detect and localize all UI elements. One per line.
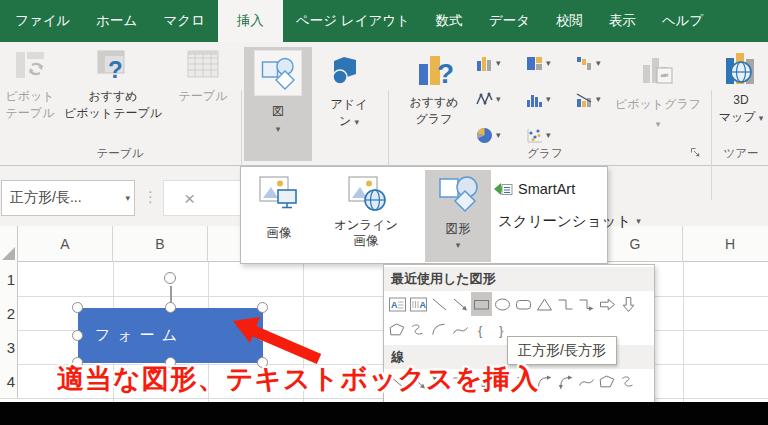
resize-handle-e[interactable] — [257, 330, 268, 341]
ribbon-tab-9[interactable]: ヘルプ — [649, 0, 716, 42]
pie-chart-icon — [476, 127, 493, 144]
chevron-down-icon: ▾ — [636, 217, 641, 226]
rotate-handle[interactable] — [164, 272, 176, 284]
pivot-chart-button[interactable]: ピボットグラフ ▾ — [610, 47, 706, 129]
line-icon[interactable] — [429, 292, 450, 316]
ribbon-tab-1[interactable]: ホーム — [83, 0, 150, 42]
shapes-icon — [437, 175, 479, 215]
online-pictures-button[interactable]: オンライン 画像 — [313, 170, 419, 262]
shapes-button[interactable]: 図形 ▾ — [425, 170, 491, 262]
left-brace-icon[interactable]: { — [471, 318, 492, 342]
column-header-H[interactable]: H — [683, 226, 768, 262]
illustrations-icon — [254, 50, 302, 96]
table-label: テーブル — [179, 89, 228, 104]
illustrations-menu: 画像 オンライン 画像 図形 ▾ SmartArt スクリーンショット ▾ — [240, 166, 608, 264]
svg-text:A: A — [391, 300, 398, 310]
insert-column-chart-button[interactable]: ▾ — [472, 50, 518, 76]
elbow-connector-icon[interactable] — [555, 292, 576, 316]
resize-handle-ne[interactable] — [257, 302, 268, 313]
pivot-chart-icon — [640, 53, 676, 93]
textbox-icon[interactable]: A — [387, 292, 408, 316]
column-header-B[interactable]: B — [113, 226, 208, 262]
column-header-A[interactable]: A — [18, 226, 113, 262]
scatter-chart-icon — [526, 127, 543, 144]
freeform-icon[interactable] — [387, 318, 408, 342]
insert-statistic-chart-button[interactable]: ▾ — [522, 86, 568, 112]
column-chart-icon — [476, 55, 493, 72]
illustrations-button[interactable]: 図 ▾ — [244, 47, 312, 161]
ribbon-tab-2[interactable]: マクロ — [150, 0, 217, 42]
chevron-down-icon[interactable]: ▾ — [125, 194, 130, 203]
oval-icon[interactable] — [492, 292, 513, 316]
map-3d-label: 3D — [733, 93, 748, 108]
recommended-charts-button[interactable]: ? おすすめ グラフ — [398, 47, 470, 127]
vertical-textbox-icon[interactable]: A — [408, 292, 429, 316]
scribble-icon[interactable] — [618, 370, 639, 394]
table-icon — [185, 47, 221, 87]
ribbon-tab-7[interactable]: 校閲 — [543, 0, 596, 42]
row-header-2[interactable]: 2 — [0, 296, 18, 330]
insert-pie-chart-button[interactable]: ▾ — [472, 122, 518, 148]
recommended-pivot-button[interactable]: ? おすすめ ピボットテーブル — [60, 47, 166, 121]
line-chart-icon — [476, 91, 493, 108]
ribbon-tab-5[interactable]: 数式 — [423, 0, 476, 42]
curve-icon[interactable] — [576, 370, 597, 394]
resize-handle-n[interactable] — [165, 302, 176, 313]
resize-dots-icon[interactable]: ⋮ — [143, 188, 158, 206]
triangle-icon[interactable] — [534, 292, 555, 316]
waterfall-chart-icon — [576, 55, 593, 72]
resize-handle-nw[interactable] — [72, 302, 83, 313]
map-3d-icon — [723, 51, 759, 91]
chevron-down-icon: ▾ — [546, 59, 551, 68]
pivot-table-button[interactable]: ピボット テーブル — [2, 47, 58, 121]
addins-button[interactable]: アドイ ン ▾ — [314, 47, 384, 129]
ribbon-tab-3[interactable]: 挿入 — [218, 0, 283, 42]
combo-chart-icon — [576, 91, 593, 108]
pictures-button[interactable]: 画像 — [247, 170, 311, 262]
row-header-4[interactable]: 4 — [0, 364, 18, 398]
select-all-button[interactable] — [0, 226, 18, 262]
recent-shapes-header: 最近使用した図形 — [384, 267, 654, 291]
down-arrow-icon[interactable] — [618, 292, 639, 316]
smartart-menu-item[interactable]: SmartArt — [493, 175, 605, 203]
charts-dialog-launcher-icon[interactable] — [690, 144, 701, 162]
freeform-icon[interactable] — [597, 370, 618, 394]
screenshot-menu-item[interactable]: スクリーンショット ▾ — [493, 207, 605, 235]
online-pictures-icon — [345, 175, 387, 215]
ribbon-tab-0[interactable]: ファイル — [2, 0, 83, 42]
row-header-3[interactable]: 3 — [0, 330, 18, 364]
gridline — [683, 262, 684, 402]
inserted-shape[interactable]: フォーム — [78, 308, 263, 363]
pivot-table-label: ピボット — [5, 89, 54, 104]
svg-text:{: { — [478, 323, 483, 338]
chevron-down-icon: ▾ — [496, 95, 501, 104]
cancel-icon[interactable]: × — [184, 189, 195, 208]
elbow-arrow-icon[interactable] — [576, 292, 597, 316]
shape-text: フォーム — [78, 326, 184, 345]
insert-hierarchy-chart-button[interactable]: ▾ — [522, 50, 568, 76]
ribbon-tab-6[interactable]: データ — [476, 0, 543, 42]
name-box[interactable]: 正方形/長... ▾ — [1, 180, 135, 216]
ribbon-tab-8[interactable]: 表示 — [596, 0, 649, 42]
table-button[interactable]: テーブル — [168, 47, 238, 104]
smartart-label: SmartArt — [518, 181, 575, 197]
tours-group-label: ツアー — [714, 146, 768, 161]
shapes-label: 図形 — [446, 221, 471, 237]
scribble-icon[interactable] — [408, 318, 429, 342]
chevron-down-icon: ▾ — [355, 117, 360, 127]
ribbon-tab-4[interactable]: ページ レイアウト — [283, 0, 423, 42]
map-3d-button[interactable]: 3D マップ ▾ — [714, 47, 768, 125]
arc-icon[interactable] — [429, 318, 450, 342]
arrow-icon[interactable] — [450, 292, 471, 316]
bottom-black-bar — [0, 402, 768, 425]
right-arrow-icon[interactable] — [597, 292, 618, 316]
curve-icon[interactable] — [450, 318, 471, 342]
insert-scatter-chart-button[interactable]: ▾ — [522, 122, 568, 148]
rectangle-icon[interactable] — [471, 292, 492, 316]
resize-handle-w[interactable] — [72, 330, 83, 341]
row-header-1[interactable]: 1 — [0, 262, 18, 296]
rounded-rectangle-icon[interactable] — [513, 292, 534, 316]
curved-double-arrow-icon[interactable] — [555, 370, 576, 394]
treemap-chart-icon — [526, 55, 543, 72]
insert-line-chart-button[interactable]: ▾ — [472, 86, 518, 112]
